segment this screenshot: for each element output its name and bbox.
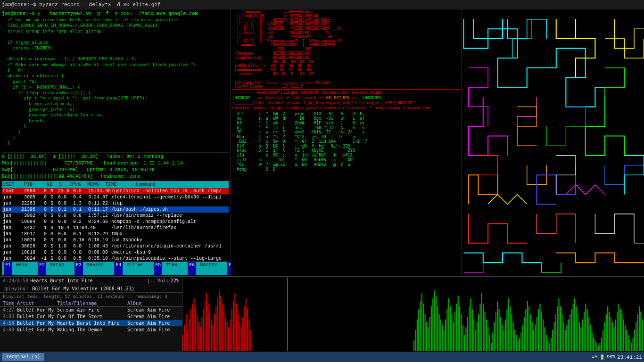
svg-rect-102 — [502, 325, 503, 351]
player-vol-label: Vol: — [157, 278, 169, 283]
svg-rect-74 — [458, 296, 459, 351]
svg-rect-86 — [477, 322, 478, 351]
svg-rect-134 — [552, 330, 553, 351]
svg-rect-72 — [454, 312, 455, 351]
svg-rect-175 — [617, 312, 618, 351]
svg-rect-0 — [462, 9, 644, 276]
svg-rect-117 — [525, 309, 526, 351]
f3-key[interactable]: F3 — [74, 262, 83, 275]
svg-rect-189 — [639, 306, 640, 351]
svg-rect-18 — [207, 304, 208, 351]
svg-rect-91 — [484, 312, 485, 351]
svg-rect-31 — [228, 327, 229, 351]
svg-rect-50 — [420, 301, 421, 351]
table-row: jan 3002 0 S 0.0 0.8 1:57.12 /usr/bin/co… — [2, 213, 229, 219]
svg-rect-38 — [239, 322, 240, 351]
svg-rect-105 — [506, 309, 507, 351]
svg-rect-11 — [197, 314, 198, 351]
svg-rect-83 — [472, 309, 473, 351]
svg-rect-15 — [203, 309, 204, 351]
f4-key[interactable]: F4 — [114, 262, 123, 275]
tray-icons: ▲▼ 🔋 99% 23:41:21 — [592, 354, 642, 360]
svg-rect-122 — [533, 330, 534, 351]
svg-rect-5 — [187, 330, 188, 351]
f6-key[interactable]: F6 — [188, 262, 196, 275]
svg-rect-154 — [584, 312, 585, 351]
svg-rect-81 — [469, 306, 470, 351]
svg-rect-115 — [522, 325, 523, 351]
player-panel: 4:29/4:58 Hearts Burst Into Fire |-- Vol… — [0, 277, 182, 352]
matrix-characters: J ! c * h@ 2 yzps P)X -N( % U P, vw s u … — [232, 112, 461, 275]
svg-rect-129 — [544, 327, 545, 351]
svg-rect-61 — [437, 306, 438, 351]
player-waveform-row: 4:29/4:58 Hearts Burst Into Fire |-- Vol… — [0, 277, 644, 352]
svg-rect-138 — [558, 298, 559, 351]
svg-rect-2 — [182, 335, 183, 351]
svg-rect-142 — [565, 330, 566, 351]
svg-rect-118 — [527, 301, 528, 351]
svg-rect-121 — [532, 322, 533, 351]
svg-rect-12 — [198, 322, 199, 351]
svg-rect-78 — [464, 335, 465, 351]
warning-line4: Hacking Sites: https://sites.google.com/… — [232, 106, 461, 111]
svg-rect-70 — [451, 314, 452, 351]
svg-rect-67 — [446, 309, 447, 351]
svg-rect-119 — [528, 306, 529, 351]
status-line3: Swp[ 0/2047MB] Uptime: 3 days, 10:05:46 — [2, 167, 229, 173]
svg-rect-14 — [201, 317, 202, 351]
svg-rect-165 — [601, 338, 602, 351]
table-row: jan 22263 0 S 0.0 1.3 0:11.22 htop — [2, 200, 229, 206]
svg-rect-187 — [636, 322, 636, 351]
taskbar-bottom: Terminal (5) ▲▼ 🔋 99% 23:41:21 — [0, 352, 644, 362]
svg-rect-172 — [612, 322, 613, 351]
f1-key[interactable]: F1 — [4, 262, 12, 275]
svg-rect-126 — [539, 304, 540, 351]
list-item-active[interactable]: 4:58 Bullet For My Hearts Burst Into Fir… — [0, 320, 182, 327]
list-item[interactable]: 4:05 Bullet For My Eye Of The Storm Scre… — [0, 313, 182, 320]
svg-rect-53 — [424, 314, 425, 351]
svg-rect-95 — [491, 343, 492, 351]
svg-rect-153 — [582, 320, 583, 351]
f2-key[interactable]: F2 — [38, 262, 46, 275]
svg-rect-149 — [576, 306, 577, 351]
warning-line3: |_______|Your Activities:Will_Be_Keylogg… — [232, 101, 461, 106]
svg-rect-33 — [231, 309, 232, 351]
svg-rect-4 — [186, 314, 187, 351]
waveform-panel: // Generated inline via SVG - bars simul… — [182, 277, 644, 352]
svg-rect-62 — [439, 314, 440, 351]
waveform-svg: // Generated inline via SVG - bars simul… — [182, 277, 644, 352]
svg-rect-75 — [459, 306, 460, 351]
list-item[interactable]: 4:00 Bullet For My Waking The Demon Scre… — [0, 327, 182, 333]
svg-rect-148 — [574, 298, 575, 351]
f7-key[interactable]: F7 — [227, 262, 231, 275]
svg-rect-143 — [566, 325, 567, 351]
list-item[interactable]: 4:27 Bullet For My Scream Aim Fire Screa… — [0, 307, 182, 313]
svg-rect-96 — [492, 333, 493, 351]
terminal-taskbar-button[interactable]: Terminal (5) — [2, 353, 44, 361]
svg-rect-24 — [217, 298, 218, 351]
term-status: 0 [||||| 30.8%] 1 [||||| 30.2%] Tasks: 9… — [2, 152, 229, 181]
terminal-code: /* Let me go into this test, we to make … — [2, 17, 229, 152]
svg-rect-56 — [429, 317, 430, 351]
middle-hacker-panel: .======. aad8888888baa ||.H4CK3R.|# d:?8… — [231, 9, 462, 276]
svg-rect-54 — [426, 322, 427, 351]
svg-rect-30 — [227, 322, 228, 351]
f5-key[interactable]: F5 — [154, 262, 162, 275]
player-playing-row: [playing] Bullet For My Valentine (2008-… — [0, 285, 182, 293]
svg-rect-168 — [606, 314, 607, 351]
svg-rect-58 — [432, 298, 433, 351]
svg-rect-45 — [250, 330, 251, 351]
svg-rect-94 — [489, 335, 490, 351]
svg-rect-181 — [626, 330, 627, 351]
svg-rect-59 — [434, 290, 435, 351]
network-icon: ▲▼ — [592, 354, 597, 360]
svg-rect-28 — [223, 312, 224, 351]
svg-rect-108 — [511, 314, 512, 351]
svg-rect-186 — [634, 330, 635, 351]
svg-rect-19 — [209, 312, 210, 351]
col-time-header: Time — [3, 301, 17, 306]
svg-rect-64 — [442, 325, 443, 351]
title-text: jan@core:~$ byzanz-record --delay=3 -d 3… — [2, 2, 161, 8]
svg-rect-63 — [440, 320, 441, 351]
svg-rect-60 — [436, 296, 437, 351]
